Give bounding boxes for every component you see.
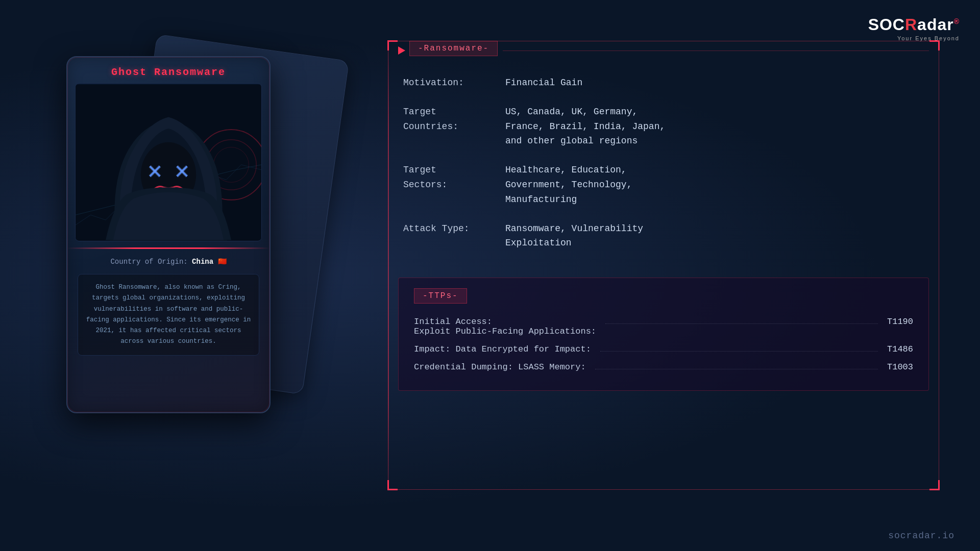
- card-image: [75, 83, 262, 241]
- logo-r: R: [905, 15, 917, 34]
- logo-text: SOCRadar®: [868, 15, 960, 34]
- card-area: Ghost Ransomware: [31, 31, 378, 510]
- logo-area: SOCRadar® Your Eyes Beyond: [868, 15, 960, 41]
- logo-radar: adar: [917, 15, 954, 34]
- corner-tl: [387, 40, 398, 51]
- corner-tr: [929, 40, 940, 51]
- card-description: Ghost Ransomware, also known as Cring, t…: [78, 274, 259, 356]
- hacker-illustration: [76, 84, 261, 241]
- country-emoji: 🇨🇳: [218, 258, 227, 266]
- threat-card: Ghost Ransomware: [66, 56, 271, 413]
- country-label: Country of Origin:: [110, 258, 187, 266]
- panel-wrapper: -Ransomware- Motivation: Financial Gain …: [388, 41, 939, 490]
- vertical-line: [388, 41, 389, 490]
- card-separator: [67, 247, 270, 249]
- card-title: Ghost Ransomware: [67, 57, 270, 83]
- watermark: socradar.io: [888, 531, 954, 541]
- country-value: China: [192, 258, 213, 266]
- info-panel: -Ransomware- Motivation: Financial Gain …: [388, 41, 939, 490]
- panel-border: [388, 41, 939, 490]
- card-country: Country of Origin: China 🇨🇳: [67, 255, 270, 268]
- corner-br: [929, 480, 940, 490]
- logo-soc: SOC: [868, 15, 905, 34]
- corner-bl: [387, 480, 398, 490]
